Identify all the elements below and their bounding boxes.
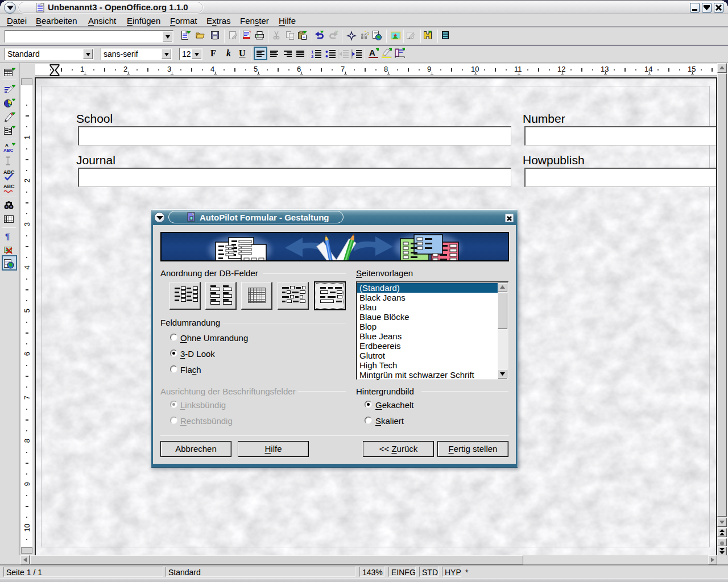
svg-text:ABC: ABC — [3, 184, 15, 189]
svg-text:ABC: ABC — [3, 148, 14, 153]
svg-text:A: A — [5, 143, 9, 148]
svg-text:2: 2 — [311, 54, 314, 59]
svg-text:¶: ¶ — [5, 231, 10, 241]
svg-text:ABC: ABC — [3, 169, 15, 175]
svg-text:A: A — [369, 48, 375, 57]
